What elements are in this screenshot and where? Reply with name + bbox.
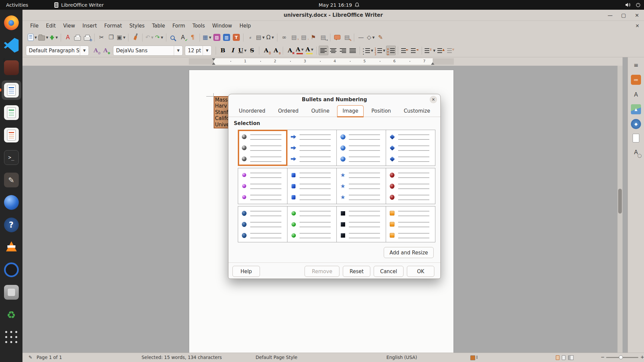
open-file-button[interactable]: ▼ <box>38 33 49 42</box>
power-icon[interactable] <box>636 2 641 7</box>
ok-button[interactable]: OK <box>407 266 434 277</box>
chevron-down-icon[interactable]: ▼ <box>203 46 211 55</box>
zoom-out-button[interactable]: − <box>601 354 605 360</box>
sidebar-page-deck[interactable] <box>633 134 639 142</box>
cancel-button[interactable]: Cancel <box>374 266 404 277</box>
save-button[interactable]: ▼ <box>49 33 59 42</box>
volume-icon[interactable] <box>625 2 631 7</box>
sidebar-sidebar-settings[interactable]: ≡ <box>631 60 641 70</box>
vertical-scrollbar[interactable] <box>618 66 623 353</box>
sidebar-navigator[interactable]: ◆ <box>631 119 641 129</box>
dock-libreoffice-writer[interactable] <box>2 80 21 100</box>
chevron-down-icon[interactable]: ▼ <box>174 46 182 55</box>
font-name-combo[interactable]: DejaVu Sans ▼ <box>113 46 183 56</box>
special-character-button[interactable]: Ω▼ <box>265 33 275 42</box>
tab-position[interactable]: Position <box>366 106 396 117</box>
print-button[interactable] <box>73 33 83 42</box>
menu-file[interactable]: File <box>26 21 42 30</box>
chevron-down-icon[interactable]: ▼ <box>80 46 89 55</box>
highlight-color-button[interactable]: A▼ <box>305 46 314 55</box>
font-size-combo[interactable]: 12 pt ▼ <box>185 46 212 56</box>
copy-button[interactable]: ❐ <box>106 33 116 42</box>
dropdown-arrow-icon[interactable]: ▼ <box>272 36 274 39</box>
zoom-slider-thumb[interactable] <box>619 355 623 359</box>
dropdown-arrow-icon[interactable]: ▼ <box>151 36 153 39</box>
find-replace-button[interactable] <box>168 33 178 42</box>
new-document-button[interactable]: ▼ <box>27 33 38 42</box>
page-count[interactable]: Page 1 of 1 <box>37 355 62 360</box>
dock-vlc[interactable] <box>2 238 21 257</box>
dropdown-arrow-icon[interactable]: ▼ <box>383 49 385 52</box>
tab-outline[interactable]: Outline <box>306 106 334 117</box>
add-and-resize-button[interactable]: Add and Resize <box>384 247 434 258</box>
book-view-icon[interactable] <box>568 355 574 360</box>
scrollbar-thumb[interactable] <box>618 189 622 214</box>
dock-help[interactable]: ? <box>2 215 21 235</box>
insert-textbox-button[interactable]: T <box>231 33 241 42</box>
dropdown-arrow-icon[interactable]: ▼ <box>244 49 247 52</box>
insert-table-button[interactable]: ▦▼ <box>202 33 212 42</box>
dock-gimp[interactable]: ✎ <box>2 170 21 190</box>
draw-freeform-button[interactable]: ✎ <box>376 33 385 42</box>
insert-endnote-button[interactable]: ▤ⁱ <box>299 33 309 42</box>
window-title-bar[interactable]: university.docx - LibreOffice Writer — ▢… <box>22 10 644 21</box>
focused-app[interactable]: LibreOffice Writer <box>54 2 104 8</box>
menu-help[interactable]: Help <box>236 21 255 30</box>
tab-customize[interactable]: Customize <box>399 106 435 117</box>
tab-image[interactable]: Image <box>337 105 364 117</box>
horizontal-line-button[interactable]: — <box>356 33 366 42</box>
sidebar-gallery[interactable]: ▲ <box>631 104 641 114</box>
insert-cross-reference-button[interactable]: ▤↪ <box>318 33 328 42</box>
dock-recycle[interactable]: ♻ <box>2 305 21 324</box>
formatting-marks-button[interactable]: ¶ <box>188 33 198 42</box>
print-preview-button[interactable]: ⊕ <box>83 33 92 42</box>
insert-image-button[interactable]: ▨ <box>212 33 222 42</box>
page-break-button[interactable]: ⸗ <box>246 33 255 42</box>
close-document-button[interactable]: ✕ <box>635 23 639 28</box>
dock-libreoffice-calc[interactable] <box>2 103 21 122</box>
insert-bookmark-button[interactable]: ⚑ <box>309 33 318 42</box>
image-bullet-list-button[interactable]: ⊗⊗⊗ <box>386 46 396 55</box>
activities-button[interactable]: Activities <box>0 2 34 8</box>
orange-square-bullet-option[interactable] <box>386 206 435 242</box>
sidebar-styles[interactable]: A <box>631 89 641 100</box>
align-left-button[interactable] <box>319 46 328 55</box>
align-center-button[interactable] <box>328 46 338 55</box>
italic-button[interactable]: I <box>228 46 237 55</box>
paragraph-space-decrease-button[interactable]: ▼ <box>446 46 455 55</box>
clock[interactable]: May 21 16:19 <box>319 2 360 8</box>
black-square-bullet-option[interactable] <box>337 206 386 242</box>
insert-mode-icon[interactable]: I <box>470 355 478 360</box>
reset-button[interactable]: Reset <box>343 266 370 277</box>
dock-firefox[interactable] <box>2 13 21 33</box>
subscript-button[interactable]: Aʙ <box>271 46 281 55</box>
blue-diamond-bullet-option[interactable] <box>386 130 435 166</box>
paragraph-style-combo[interactable]: Default Paragraph Styl ▼ <box>26 46 89 56</box>
multi-page-view-icon[interactable] <box>562 355 566 360</box>
menu-edit[interactable]: Edit <box>42 21 59 30</box>
dock-app-grid[interactable] <box>2 327 21 347</box>
dropdown-arrow-icon[interactable]: ▼ <box>35 36 37 39</box>
single-page-view-icon[interactable] <box>556 355 559 360</box>
page-style[interactable]: Default Page Style <box>256 355 298 360</box>
dock-dark-ring-app[interactable] <box>2 260 21 280</box>
insert-chart-button[interactable]: ▥ <box>222 33 231 42</box>
dropdown-arrow-icon[interactable]: ▼ <box>311 48 313 51</box>
dock-terminal[interactable]: >_ <box>2 148 21 167</box>
green-sphere-bullet-option[interactable] <box>287 206 336 242</box>
menu-format[interactable]: Format <box>101 21 126 30</box>
dropdown-arrow-icon[interactable]: ▼ <box>161 36 163 39</box>
insert-field-button[interactable]: ▤▼ <box>255 33 265 42</box>
clear-formatting-button[interactable]: A✖ <box>285 46 295 55</box>
font-color-button[interactable]: A▼ <box>295 46 305 55</box>
minimize-button[interactable]: — <box>607 12 613 18</box>
cut-button[interactable]: ✂ <box>97 33 106 42</box>
dropdown-arrow-icon[interactable]: ▼ <box>433 49 435 52</box>
update-style-button[interactable]: A⊘ <box>91 46 101 55</box>
blue-square-bullet-option[interactable] <box>287 168 336 204</box>
menu-window[interactable]: Window <box>209 21 236 30</box>
dropdown-arrow-icon[interactable]: ▼ <box>209 36 211 39</box>
help-button[interactable]: Help <box>232 266 260 277</box>
word-count[interactable]: Selected: 15 words, 134 characters <box>142 355 222 360</box>
dropdown-arrow-icon[interactable]: ▼ <box>371 49 373 52</box>
